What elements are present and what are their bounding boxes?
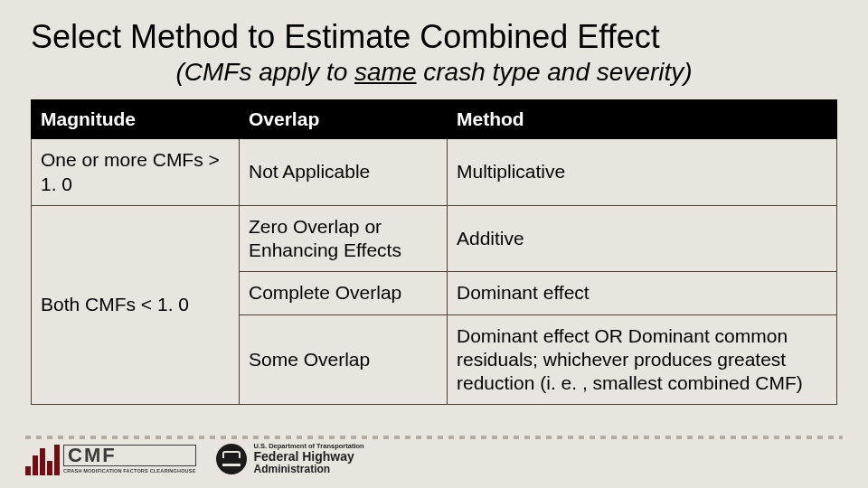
subtitle-suffix: crash type and severity) [417, 58, 693, 86]
col-header-overlap: Overlap [240, 100, 448, 139]
fhwa-logo: U.S. Department of Transportation Federa… [216, 443, 364, 474]
slide: Select Method to Estimate Combined Effec… [0, 0, 868, 488]
slide-title: Select Method to Estimate Combined Effec… [31, 18, 837, 56]
fhwa-logo-text: U.S. Department of Transportation Federa… [254, 443, 364, 474]
table-row: Both CMFs < 1. 0 Zero Overlap or Enhanci… [32, 205, 837, 272]
cmf-logo-text: CMF CRASH MODIFICATION FACTORS CLEARINGH… [63, 445, 196, 474]
footer: CMF CRASH MODIFICATION FACTORS CLEARINGH… [0, 432, 868, 488]
cell-method: Dominant effect OR Dominant common resid… [448, 314, 837, 405]
cell-overlap: Zero Overlap or Enhancing Effects [240, 205, 448, 272]
table-row: One or more CMFs > 1. 0 Not Applicable M… [32, 139, 837, 206]
cell-method: Dominant effect [448, 272, 837, 314]
cell-magnitude: Both CMFs < 1. 0 [32, 205, 240, 405]
cell-overlap: Not Applicable [240, 139, 448, 206]
subtitle-prefix: (CMFs apply to [175, 58, 354, 86]
col-header-magnitude: Magnitude [32, 100, 240, 139]
cell-method: Multiplicative [448, 139, 837, 206]
cell-overlap: Complete Overlap [240, 272, 448, 314]
cell-overlap: Some Overlap [240, 314, 448, 405]
col-header-method: Method [448, 100, 837, 139]
cell-magnitude: One or more CMFs > 1. 0 [32, 139, 240, 206]
slide-subtitle: (CMFs apply to same crash type and sever… [31, 58, 837, 87]
method-table: Magnitude Overlap Method One or more CMF… [31, 99, 837, 405]
table-header-row: Magnitude Overlap Method [32, 100, 837, 139]
fhwa-seal-icon [216, 444, 247, 474]
fhwa-line3: Administration [254, 464, 364, 475]
cmf-logo: CMF CRASH MODIFICATION FACTORS CLEARINGH… [25, 441, 196, 477]
cmf-logo-letters: CMF [63, 445, 196, 466]
subtitle-underlined: same [354, 58, 416, 86]
cmf-bars-icon [25, 443, 60, 475]
fhwa-line2: Federal Highway [254, 450, 364, 464]
cmf-logo-caption: CRASH MODIFICATION FACTORS CLEARINGHOUSE [63, 468, 196, 474]
cell-method: Additive [448, 205, 837, 272]
